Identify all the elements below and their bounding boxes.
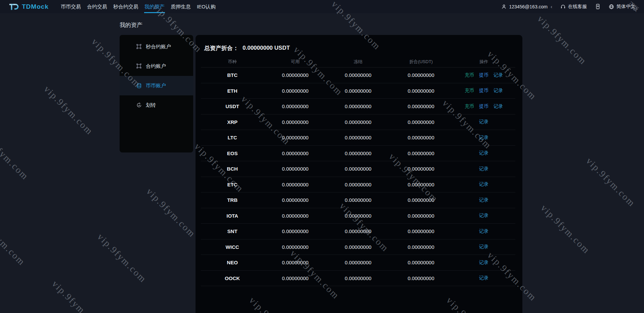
nav-item-my-assets[interactable]: 我的资产	[141, 0, 168, 13]
deposit-link[interactable]: 充币	[465, 88, 474, 94]
records-link[interactable]: 记录	[493, 103, 503, 109]
column-header-1: 可用	[264, 59, 327, 65]
column-header-4: 操作	[453, 59, 515, 65]
converted-usdt: 0.00000000	[390, 228, 453, 234]
assets-table-body: BTC0.000000000.000000000.00000000充币提币记录E…	[201, 68, 515, 286]
deposit-link[interactable]: 充币	[465, 103, 474, 109]
records-link[interactable]: 记录	[479, 135, 488, 141]
watermark-text: vip.9fym.com	[0, 129, 31, 182]
converted-usdt: 0.00000000	[390, 88, 453, 94]
app-download-button[interactable]: APP	[595, 4, 601, 9]
records-link[interactable]: 记录	[479, 197, 488, 203]
records-link[interactable]: 记录	[479, 244, 488, 250]
available-balance: 0.00000000	[264, 275, 327, 281]
actions-cell: 记录	[453, 244, 515, 250]
user-icon	[501, 4, 507, 9]
mobile-app-icon: APP	[595, 4, 601, 9]
records-link[interactable]: 记录	[479, 228, 488, 234]
nav-item-ieo[interactable]: IEO认购	[194, 0, 219, 13]
actions-cell: 记录	[453, 228, 515, 234]
records-link[interactable]: 记录	[479, 181, 488, 187]
available-balance: 0.00000000	[264, 213, 327, 219]
converted-usdt: 0.00000000	[390, 103, 453, 109]
brand-logo[interactable]: TDMock	[9, 3, 49, 11]
asset-row-EOS: EOS0.000000000.000000000.00000000记录	[201, 146, 515, 162]
sidebar-item-label: 划转	[146, 102, 156, 108]
withdraw-link[interactable]: 提币	[479, 103, 488, 109]
withdraw-link[interactable]: 提币	[479, 88, 488, 94]
column-header-0: 币种	[201, 59, 264, 65]
sidebar-item-label: 币币账户	[146, 83, 166, 89]
language-select[interactable]: 简体中文	[609, 4, 635, 10]
converted-usdt: 0.00000000	[390, 150, 453, 156]
language-label: 简体中文	[616, 4, 635, 10]
coin-symbol: XRP	[201, 119, 264, 125]
actions-cell: 充币提币记录	[453, 72, 515, 78]
records-link[interactable]: 记录	[479, 119, 488, 125]
records-link[interactable]: 记录	[493, 72, 503, 78]
frozen-balance: 0.00000000	[327, 260, 389, 265]
available-balance: 0.00000000	[264, 150, 327, 156]
actions-cell: 记录	[453, 197, 515, 203]
frozen-balance: 0.00000000	[327, 275, 389, 281]
nav-item-staking[interactable]: 质押生息	[168, 0, 194, 13]
coin-symbol: TRB	[201, 197, 264, 203]
records-link[interactable]: 记录	[479, 260, 488, 266]
nav-item-contract-trade[interactable]: 合约交易	[84, 0, 110, 13]
coins-icon	[136, 83, 142, 88]
actions-cell: 记录	[453, 181, 515, 187]
frozen-balance: 0.00000000	[327, 228, 389, 234]
online-support-link[interactable]: 在线客服	[560, 4, 587, 10]
actions-cell: 记录	[453, 260, 515, 266]
asset-row-IOTA: IOTA0.000000000.000000000.00000000记录	[201, 208, 515, 224]
records-link[interactable]: 记录	[479, 150, 488, 156]
column-header-2: 冻结	[327, 59, 389, 65]
asset-row-TRB: TRB0.000000000.000000000.00000000记录	[201, 192, 515, 208]
frozen-balance: 0.00000000	[327, 88, 389, 94]
withdraw-link[interactable]: 提币	[479, 72, 488, 78]
records-link[interactable]: 记录	[479, 166, 488, 172]
transfer-icon	[136, 102, 142, 108]
watermark-text: vip.9fym.com	[539, 203, 592, 256]
asset-row-BCH: BCH0.000000000.000000000.00000000记录	[201, 161, 515, 177]
brand-name: TDMock	[22, 3, 49, 10]
coin-symbol: WICC	[201, 244, 264, 250]
topbar-right: 123456@163.com ‹ 在线客服 APP	[501, 4, 635, 10]
sidebar-item-contract-account[interactable]: 合约账户	[120, 56, 193, 76]
records-link[interactable]: 记录	[493, 88, 503, 94]
available-balance: 0.00000000	[264, 244, 327, 250]
sidebar-item-transfer[interactable]: 划转	[120, 95, 193, 115]
coin-symbol: BCH	[201, 166, 264, 172]
sidebar-item-seconds-contract-account[interactable]: 秒合约账户	[120, 37, 193, 56]
available-balance: 0.00000000	[264, 72, 327, 78]
frame-nodes-icon	[136, 44, 142, 49]
frozen-balance: 0.00000000	[327, 103, 389, 109]
assets-panel: 总资产折合： 0.00000000 USDT 币种可用冻结折合(USDT)操作 …	[196, 35, 522, 313]
available-balance: 0.00000000	[264, 166, 327, 172]
watermark-text: vip.9fym.com	[584, 155, 637, 209]
asset-row-SNT: SNT0.000000000.000000000.00000000记录	[201, 224, 515, 239]
sidebar-item-spot-account[interactable]: 币币账户	[120, 76, 193, 95]
frozen-balance: 0.00000000	[327, 182, 389, 187]
converted-usdt: 0.00000000	[390, 182, 453, 187]
account-menu[interactable]: 123456@163.com ‹	[501, 4, 552, 9]
converted-usdt: 0.00000000	[390, 72, 453, 78]
coin-symbol: EOS	[201, 150, 264, 156]
asset-row-LTC: LTC0.000000000.000000000.00000000记录	[201, 130, 515, 146]
converted-usdt: 0.00000000	[390, 166, 453, 172]
nav-item-spot-trade[interactable]: 币币交易	[58, 0, 84, 13]
available-balance: 0.00000000	[264, 119, 327, 125]
converted-usdt: 0.00000000	[390, 275, 453, 281]
brand-logo-icon	[9, 3, 20, 11]
sidebar-item-label: 秒合约账户	[146, 44, 171, 50]
frozen-balance: 0.00000000	[327, 244, 389, 250]
frozen-balance: 0.00000000	[327, 135, 389, 140]
coin-symbol: LTC	[201, 135, 264, 140]
coin-symbol: ETC	[201, 182, 264, 187]
deposit-link[interactable]: 充币	[465, 72, 474, 78]
records-link[interactable]: 记录	[479, 213, 488, 219]
asset-row-XRP: XRP0.000000000.000000000.00000000记录	[201, 115, 515, 130]
available-balance: 0.00000000	[264, 103, 327, 109]
records-link[interactable]: 记录	[479, 275, 488, 281]
nav-item-seconds-contract-trade[interactable]: 秒合约交易	[110, 0, 141, 13]
